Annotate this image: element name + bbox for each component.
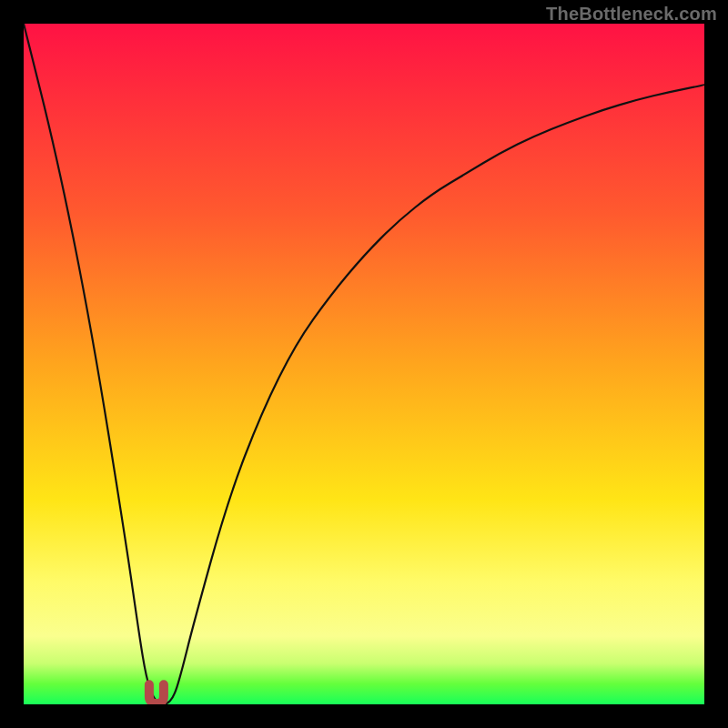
plot-area [24, 24, 704, 704]
curve-path [24, 24, 704, 704]
attribution-label: TheBottleneck.com [546, 4, 717, 25]
min-marker-icon [149, 684, 164, 703]
curve-layer [24, 24, 704, 704]
chart-canvas: TheBottleneck.com [0, 0, 728, 728]
